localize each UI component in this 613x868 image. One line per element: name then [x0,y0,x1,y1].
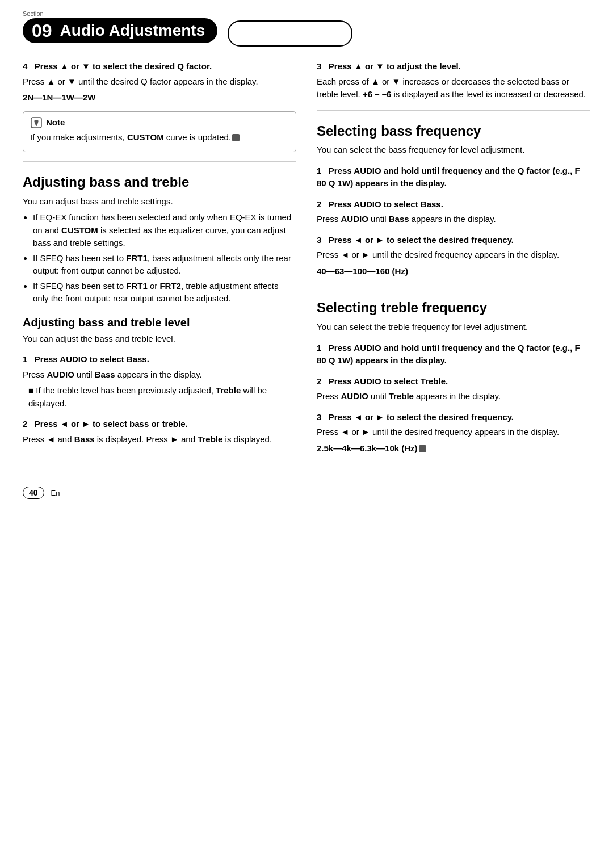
adj-heading: Adjusting bass and treble [23,174,296,191]
treble-freq-intro: You can select the treble frequency for … [317,321,590,334]
adj-intro: You can adjust bass and treble settings. [23,195,296,208]
adj-level-intro: You can adjust the bass and treble level… [23,333,296,346]
right-column: 3 Press ▲ or ▼ to adjust the level. Each… [317,52,590,459]
bass-step2-body: Press AUDIO until Bass appears in the di… [317,213,590,226]
adj-bullet-3: If SFEQ has been set to FRT1 or FRT2, tr… [33,280,296,305]
adj-level-heading: Adjusting bass and treble level [23,316,296,329]
divider-right2 [317,287,590,287]
step4-freq: 2N—1N—1W—2W [23,91,296,104]
note-body: If you make adjustments, CUSTOM curve is… [30,131,289,144]
bass-step3-freq: 40—63—100—160 (Hz) [317,265,590,278]
bass-freq-heading: Selecting bass frequency [317,123,590,140]
section-oval [228,20,352,47]
page-number: 40 [23,487,44,499]
bass-step3-body: Press ◄ or ► until the desired frequency… [317,249,590,262]
section-label: Section [23,10,44,17]
adj-bullet-list: If EQ-EX function has been selected and … [33,211,296,305]
section-number: 09 [32,22,52,40]
step3r-body: Each press of ▲ or ▼ increases or decrea… [317,76,590,101]
level-step1-heading: 1 Press AUDIO to select Bass. [23,353,296,366]
divider [23,161,296,162]
treble-step3-heading: 3 Press ◄ or ► to select the desired fre… [317,411,590,424]
divider-right [317,110,590,111]
treble-end-icon [419,445,426,452]
page: Section 09 Audio Adjustments 4 Press ▲ o… [0,0,613,868]
treble-step3-body: Press ◄ or ► until the desired frequency… [317,426,590,439]
header: Section 09 Audio Adjustments [0,0,613,47]
footer-lang: En [51,489,60,497]
adj-bullet-1: If EQ-EX function has been selected and … [33,211,296,250]
level-step2-body: Press ◄ and Bass is displayed. Press ► a… [23,433,296,446]
treble-step3-freq: 2.5k—4k—6.3k—10k (Hz) [317,442,590,455]
step4-body: Press ▲ or ▼ until the desired Q factor … [23,76,296,89]
treble-step2-heading: 2 Press AUDIO to select Treble. [317,375,590,388]
treble-freq-heading: Selecting treble frequency [317,300,590,316]
section-title: Audio Adjustments [60,22,205,40]
treble-step1-heading: 1 Press AUDIO and hold until frequency a… [317,342,590,367]
level-step1-body: Press AUDIO until Bass appears in the di… [23,368,296,381]
left-column: 4 Press ▲ or ▼ to select the desired Q f… [23,52,296,459]
note-box: Note If you make adjustments, CUSTOM cur… [23,111,296,153]
step4-heading: 4 Press ▲ or ▼ to select the desired Q f… [23,60,296,73]
note-label: Note [46,118,65,127]
footer: 40 En [0,476,613,505]
note-icon [30,116,43,129]
bass-step1-heading: 1 Press AUDIO and hold until frequency a… [317,165,590,190]
note-header: Note [30,116,289,129]
step3r-heading: 3 Press ▲ or ▼ to adjust the level. [317,60,590,73]
level-step2-heading: 2 Press ◄ or ► to select bass or treble. [23,418,296,431]
columns: 4 Press ▲ or ▼ to select the desired Q f… [0,52,613,459]
adj-bullet-2: If SFEQ has been set to FRT1, bass adjus… [33,252,296,278]
end-icon [232,134,240,141]
bass-step3-heading: 3 Press ◄ or ► to select the desired fre… [317,234,590,247]
section-badge: Section 09 Audio Adjustments [23,10,217,47]
bass-freq-intro: You can select the bass frequency for le… [317,144,590,157]
treble-step2-body: Press AUDIO until Treble appears in the … [317,390,590,403]
level-step1-sub: ■ If the treble level has been previousl… [28,384,296,410]
bass-step2-heading: 2 Press AUDIO to select Bass. [317,198,590,211]
section-box: 09 Audio Adjustments [23,18,217,43]
